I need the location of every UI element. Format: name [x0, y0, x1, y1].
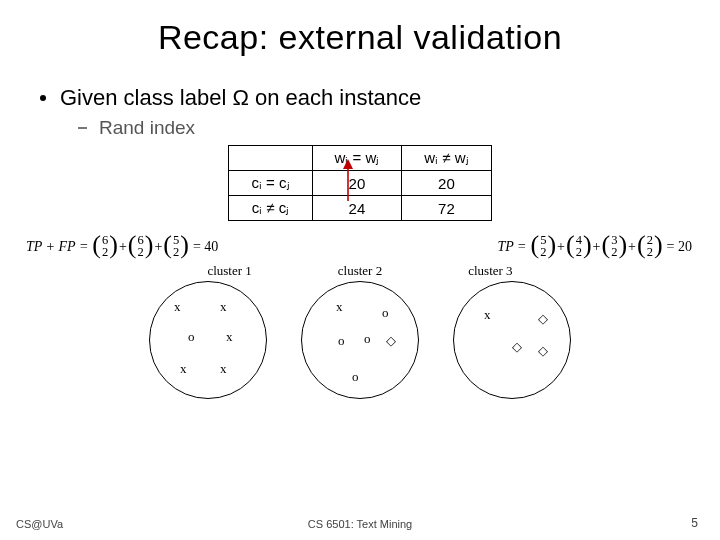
- table-row-ci-ne-cj: cᵢ ≠ cⱼ: [229, 196, 312, 221]
- cluster-point: x: [226, 330, 233, 343]
- table-header-wi-eq-wj: wᵢ = wⱼ: [312, 146, 402, 171]
- cluster-1-label: cluster 1: [207, 263, 251, 279]
- cluster-point: x: [220, 300, 227, 313]
- formula-right-prefix: TP =: [497, 239, 526, 255]
- cluster-point: ◇: [538, 344, 548, 357]
- cluster-point: o: [188, 330, 195, 343]
- footer-left: CS@UVa: [16, 518, 63, 530]
- formula-right-result: = 20: [667, 239, 692, 255]
- contingency-table-wrap: wᵢ = wⱼ wᵢ ≠ wⱼ cᵢ = cⱼ 20 20 cᵢ ≠ cⱼ 24…: [0, 145, 720, 221]
- bullet-list: Given class label Ω on each instance Ran…: [40, 85, 720, 139]
- cluster-point: x: [180, 362, 187, 375]
- formula-tp: TP = (52) + (42) + (32) + (22) = 20: [497, 235, 692, 259]
- cluster-point: o: [382, 306, 389, 319]
- cluster-diagram: xxoxxx xooo◇o x◇◇◇: [0, 281, 720, 399]
- cluster-labels-row: cluster 1 cluster 2 cluster 3: [0, 263, 720, 279]
- bullet-2-text: Rand index: [99, 117, 195, 139]
- table-cell-11: 20: [312, 171, 402, 196]
- contingency-table: wᵢ = wⱼ wᵢ ≠ wⱼ cᵢ = cⱼ 20 20 cᵢ ≠ cⱼ 24…: [228, 145, 491, 221]
- cluster-2-label: cluster 2: [338, 263, 382, 279]
- bullet-1-text: Given class label Ω on each instance: [60, 85, 421, 111]
- cluster-point: x: [220, 362, 227, 375]
- table-row-ci-eq-cj: cᵢ = cⱼ: [229, 171, 312, 196]
- cluster-point: ◇: [538, 312, 548, 325]
- cluster-1-circle: xxoxxx: [149, 281, 267, 399]
- footer-center: CS 6501: Text Mining: [308, 518, 412, 530]
- cluster-point: o: [364, 332, 371, 345]
- cluster-point: x: [484, 308, 491, 321]
- formula-tp-plus-fp: TP + FP = (62) + (62) + (52) = 40: [26, 235, 218, 259]
- cluster-point: ◇: [512, 340, 522, 353]
- formula-left-prefix: TP + FP =: [26, 239, 88, 255]
- cluster-point: o: [352, 370, 359, 383]
- table-cell-21: 24: [312, 196, 402, 221]
- cluster-point: o: [338, 334, 345, 347]
- cluster-3-label: cluster 3: [468, 263, 512, 279]
- table-cell-22: 72: [402, 196, 491, 221]
- cluster-point: x: [174, 300, 181, 313]
- cluster-point: x: [336, 300, 343, 313]
- table-header-empty: [229, 146, 312, 171]
- bullet-level-2: Rand index: [78, 117, 720, 139]
- formula-row: TP + FP = (62) + (62) + (52) = 40 TP = (…: [0, 235, 720, 259]
- cluster-3-circle: x◇◇◇: [453, 281, 571, 399]
- slide-number: 5: [691, 516, 698, 530]
- bullet-level-1: Given class label Ω on each instance: [40, 85, 720, 111]
- cluster-2-circle: xooo◇o: [301, 281, 419, 399]
- table-cell-12: 20: [402, 171, 491, 196]
- bullet-dot-icon: [40, 95, 46, 101]
- slide-title: Recap: external validation: [0, 18, 720, 57]
- formula-left-result: = 40: [193, 239, 218, 255]
- bullet-dash-icon: [78, 127, 87, 129]
- cluster-point: ◇: [386, 334, 396, 347]
- table-header-wi-ne-wj: wᵢ ≠ wⱼ: [402, 146, 491, 171]
